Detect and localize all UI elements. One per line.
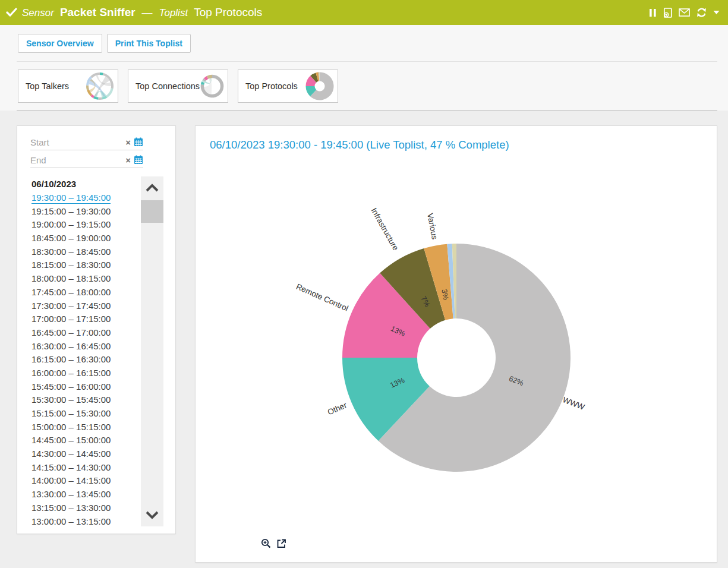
time-range-item[interactable]: 17:00:00 – 17:15:00 (31, 314, 111, 327)
scroll-down-icon[interactable] (141, 507, 163, 523)
time-filter-panel: × × 06/10/2023 19:30:00 – 19:45:0019:15:… (17, 125, 176, 534)
svg-text:Remote Control: Remote Control (295, 282, 349, 313)
time-range-item[interactable]: 13:15:00 – 13:30:00 (31, 503, 111, 516)
tab-top-connections[interactable]: Top Connections (128, 70, 228, 103)
breadcrumb: Sensor Packet Sniffer — Toplist Top Prot… (6, 6, 262, 19)
zoom-in-icon[interactable] (261, 538, 272, 549)
end-date-row: × (30, 152, 143, 168)
report-icon[interactable] (663, 8, 673, 18)
tab-top-talkers[interactable]: Top Talkers (18, 70, 118, 103)
refresh-icon[interactable] (696, 7, 707, 18)
time-range-item[interactable]: 17:30:00 – 17:45:00 (31, 301, 111, 314)
time-range-item[interactable]: 13:00:00 – 13:15:00 (31, 516, 111, 530)
time-range-item[interactable]: 19:30:00 – 19:45:00 (31, 193, 111, 206)
time-range-item[interactable]: 18:45:00 – 19:00:00 (31, 233, 111, 247)
clear-end-icon[interactable]: × (125, 156, 131, 165)
time-range-item[interactable]: 16:45:00 – 17:00:00 (31, 327, 111, 341)
time-range-item[interactable]: 13:30:00 – 13:45:00 (31, 489, 111, 503)
pause-icon[interactable] (649, 8, 657, 17)
time-range-item[interactable]: 19:00:00 – 19:15:00 (31, 219, 111, 233)
clear-start-icon[interactable]: × (125, 138, 131, 147)
start-date-row: × (30, 134, 143, 150)
chart-actions (261, 538, 286, 549)
page: Sensor Packet Sniffer — Toplist Top Prot… (0, 0, 728, 568)
time-range-item[interactable]: 16:15:00 – 16:30:00 (31, 354, 111, 368)
print-toplist-button[interactable]: Print This Toplist (107, 34, 191, 53)
sub-header: Sensor Overview Print This Toplist Top T… (0, 25, 728, 111)
svg-text:Infrastructure: Infrastructure (370, 206, 401, 252)
top-protocols-thumbnail-chart (305, 71, 335, 101)
calendar-icon[interactable] (134, 137, 143, 147)
divider (17, 61, 717, 62)
time-range-item[interactable]: 17:45:00 – 18:00:00 (31, 287, 111, 301)
svg-text:Other: Other (326, 400, 348, 416)
time-range-item[interactable]: 19:15:00 – 19:30:00 (31, 206, 111, 220)
header-actions (649, 7, 720, 18)
toplist-chart-panel: 06/10/2023 19:30:00 - 19:45:00 (Live Top… (195, 125, 717, 563)
top-talkers-thumbnail-chart (85, 71, 115, 101)
start-date-input[interactable] (30, 137, 102, 147)
time-range-item[interactable]: 15:00:00 – 15:15:00 (31, 422, 111, 436)
tab-label: Top Talkers (26, 81, 69, 91)
sensor-overview-button[interactable]: Sensor Overview (18, 34, 102, 53)
time-range-item[interactable]: 18:30:00 – 18:45:00 (31, 247, 111, 260)
calendar-icon[interactable] (134, 155, 143, 165)
page-title: Top Protocols (194, 6, 262, 19)
tab-top-protocols[interactable]: Top Protocols (238, 70, 338, 103)
breadcrumb-sensor-label[interactable]: Sensor (22, 7, 54, 19)
time-range-item[interactable]: 16:00:00 – 16:15:00 (31, 368, 111, 381)
top-protocols-donut-chart: 62%WWW13%Other13%Remote Control7%Infrast… (196, 126, 718, 563)
toplist-tabs: Top Talkers Top Connections Top Protocol… (18, 70, 338, 103)
date-header: 06/10/2023 (31, 179, 76, 189)
scroll-up-icon[interactable] (141, 180, 163, 195)
svg-text:WWW: WWW (562, 395, 586, 412)
time-range-item[interactable]: 15:15:00 – 15:30:00 (31, 408, 111, 422)
open-external-icon[interactable] (276, 538, 286, 549)
tab-label: Top Connections (135, 81, 200, 91)
time-range-list: 19:30:00 – 19:45:0019:15:00 – 19:30:0019… (31, 193, 111, 529)
ok-status-icon (6, 8, 18, 17)
time-range-item[interactable]: 15:45:00 – 16:00:00 (31, 381, 111, 395)
end-date-input[interactable] (30, 155, 102, 165)
email-icon[interactable] (679, 8, 690, 17)
caret-down-icon[interactable] (713, 10, 720, 15)
content: × × 06/10/2023 19:30:00 – 19:45:0019:15:… (0, 111, 728, 568)
scrollbar-thumb[interactable] (141, 200, 163, 223)
top-connections-thumbnail-chart (200, 71, 225, 101)
time-range-item[interactable]: 18:00:00 – 18:15:00 (31, 273, 111, 287)
time-range-item[interactable]: 14:30:00 – 14:45:00 (31, 449, 111, 462)
time-range-item[interactable]: 16:30:00 – 16:45:00 (31, 341, 111, 355)
toolbar: Sensor Overview Print This Toplist (18, 34, 191, 53)
breadcrumb-separator: — (142, 7, 153, 19)
time-range-item[interactable]: 15:30:00 – 15:45:00 (31, 395, 111, 408)
sensor-name[interactable]: Packet Sniffer (60, 6, 135, 19)
breadcrumb-toplist-label[interactable]: Toplist (159, 7, 188, 19)
svg-text:Various: Various (426, 213, 439, 241)
time-range-item[interactable]: 18:15:00 – 18:30:00 (31, 260, 111, 273)
time-range-item[interactable]: 14:45:00 – 15:00:00 (31, 435, 111, 449)
header-bar: Sensor Packet Sniffer — Toplist Top Prot… (0, 0, 728, 25)
tab-label: Top Protocols (245, 81, 298, 91)
time-range-item[interactable]: 14:00:00 – 14:15:00 (31, 475, 111, 489)
scrollbar[interactable] (141, 176, 163, 526)
time-range-item[interactable]: 14:15:00 – 14:30:00 (31, 462, 111, 476)
